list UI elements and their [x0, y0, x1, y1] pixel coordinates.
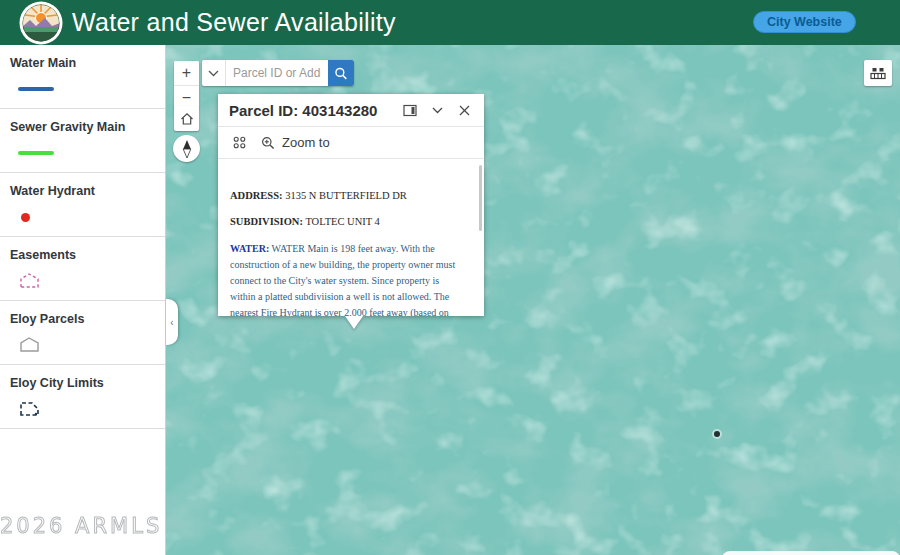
compass-needle-icon: [178, 139, 196, 159]
legend-label: Water Main: [10, 56, 155, 70]
legend-item-eloy-parcels: Eloy Parcels: [0, 301, 165, 365]
map-tool-button[interactable]: [864, 60, 892, 86]
table-icon: [869, 65, 887, 81]
dock-icon: [403, 104, 417, 117]
parcels-polygon-swatch: [18, 335, 42, 355]
field-value: 3135 N BUTTERFIELD DR: [285, 190, 407, 201]
popup-scrollbar[interactable]: [479, 165, 482, 231]
popup-title: Parcel ID: 403143280: [229, 102, 392, 119]
feature-popup: Parcel ID: 403143280: [218, 94, 484, 316]
water-main-line-swatch: [18, 87, 54, 91]
legend-label: Eloy Parcels: [10, 312, 155, 326]
popup-pointer-arrow: [345, 316, 363, 329]
city-website-button[interactable]: City Website: [753, 11, 856, 33]
zoom-to-action[interactable]: Zoom to: [261, 135, 330, 150]
search-submit-button[interactable]: [328, 60, 354, 86]
chevron-left-icon: ‹: [170, 317, 173, 328]
search-input[interactable]: [226, 60, 328, 86]
city-seal-logo: [19, 1, 63, 45]
magnifier-plus-icon: [261, 136, 275, 150]
legend-item-water-main: Water Main: [0, 45, 165, 109]
legend-item-easements: Easements: [0, 237, 165, 301]
popup-collapse-button[interactable]: [428, 101, 446, 119]
legend-label: Sewer Gravity Main: [10, 120, 155, 134]
compass-button[interactable]: [173, 135, 200, 162]
legend-item-eloy-city-limits: Eloy City Limits: [0, 365, 165, 429]
zoom-control-group: + −: [174, 61, 199, 109]
easements-polygon-swatch: [18, 271, 42, 291]
sidebar-collapse-handle[interactable]: ‹: [166, 299, 178, 345]
zoom-to-label: Zoom to: [282, 135, 330, 150]
legend-label: Easements: [10, 248, 155, 262]
popup-content: ADDRESS: 3135 N BUTTERFIELD DR SUBDIVISI…: [218, 159, 484, 316]
search-widget: [202, 60, 354, 86]
app-header: Water and Sewer Availability City Websit…: [0, 0, 900, 45]
feature-menu-button[interactable]: [229, 133, 249, 153]
legend-panel: Water Main Sewer Gravity Main Water Hydr…: [0, 45, 166, 555]
field-label: WATER:: [230, 243, 269, 254]
legend-item-water-hydrant: Water Hydrant: [0, 173, 165, 237]
field-value: TOLTEC UNIT 4: [305, 216, 379, 227]
field-address: ADDRESS: 3135 N BUTTERFIELD DR: [230, 189, 466, 202]
legend-item-sewer-gravity-main: Sewer Gravity Main: [0, 109, 165, 173]
zoom-in-button[interactable]: +: [174, 61, 199, 85]
city-limits-polygon-swatch: [18, 399, 42, 419]
popup-action-bar: Zoom to: [218, 127, 484, 159]
grid-icon: [233, 136, 246, 149]
map-canvas[interactable]: + −: [166, 45, 900, 555]
legend-label: Water Hydrant: [10, 184, 155, 198]
chevron-down-icon: [432, 107, 443, 114]
sewer-main-line-swatch: [18, 151, 54, 155]
field-subdivision: SUBDIVISION: TOLTEC UNIT 4: [230, 215, 466, 228]
attribution-bar: [722, 551, 900, 555]
field-label: ADDRESS:: [230, 190, 283, 201]
search-source-dropdown[interactable]: [202, 60, 226, 86]
armls-watermark: 2026 ARMLS: [0, 514, 162, 538]
close-icon: [459, 105, 470, 116]
page-title: Water and Sewer Availability: [72, 0, 396, 45]
popup-close-button[interactable]: [455, 101, 473, 119]
chevron-down-icon: [208, 70, 219, 77]
popup-header: Parcel ID: 403143280: [218, 94, 484, 127]
app-window: Water and Sewer Availability City Websit…: [0, 0, 900, 555]
search-icon: [334, 66, 348, 81]
legend-label: Eloy City Limits: [10, 376, 155, 390]
map-point-marker[interactable]: [714, 431, 720, 437]
dock-button[interactable]: [401, 101, 419, 119]
field-water: WATER: WATER Main is 198 feet away. With…: [230, 241, 466, 316]
field-label: SUBDIVISION:: [230, 216, 303, 227]
home-button[interactable]: [174, 106, 199, 131]
hydrant-point-swatch: [21, 213, 30, 222]
home-icon: [179, 111, 195, 127]
